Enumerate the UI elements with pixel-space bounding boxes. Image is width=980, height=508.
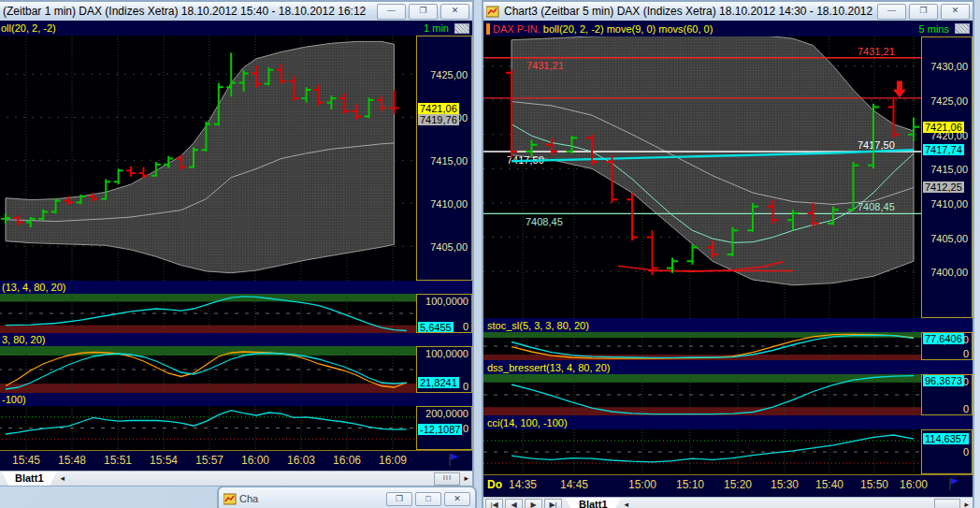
time-axis: 15:4515:4815:5115:5415:5716:0016:0316:06… — [0, 450, 472, 471]
time-axis-label: 15:40 — [811, 478, 848, 491]
axis-tick-label: 7415,00 — [930, 164, 968, 175]
axis-tick-label: 7430,00 — [930, 61, 968, 72]
time-axis-label: 15:54 — [145, 454, 182, 467]
axis-tick-label: 7425,00 — [930, 95, 968, 107]
window-icon — [486, 6, 499, 18]
chart-window-5min: Chart3 (Zeitbar 5 min) DAX (Indizes Xetr… — [482, 0, 974, 508]
chart-toolbar: DAX P-IN. boll(20, 2, -2) move(9, 0) mov… — [483, 21, 973, 36]
indicator-plot[interactable] — [483, 332, 921, 360]
restore-button[interactable]: ❐ — [409, 4, 438, 20]
hscroll-grip[interactable]: III — [434, 472, 460, 486]
price-plot[interactable] — [0, 36, 416, 281]
time-axis-label: 15:51 — [99, 454, 137, 467]
indicator-dss: (13, 4, 80, 20) 100,000005,6455 — [0, 281, 472, 333]
indicator-cci: -100) 200,00000-12,1087 — [0, 393, 472, 450]
splitter-handle[interactable] — [454, 23, 469, 34]
price-chart-svg: 7431,217431,217417,507417,507408,457408,… — [483, 36, 921, 318]
tab-scroll-right-icon[interactable]: ▸ — [960, 498, 973, 508]
price-plot[interactable]: 7431,217431,217417,507417,507408,457408,… — [483, 36, 921, 318]
indicator-plot[interactable] — [0, 406, 416, 450]
axis-tick-label: 7405,00 — [430, 241, 468, 253]
restore-button[interactable]: ❐ — [909, 4, 938, 20]
tab-scroll-left-icon[interactable]: ◂ — [57, 472, 69, 486]
minimize-button[interactable]: — — [877, 4, 906, 20]
hscroll-grip[interactable] — [934, 499, 960, 508]
flag-icon[interactable] — [448, 453, 459, 471]
minimize-button[interactable]: — — [377, 4, 406, 20]
tab-scroll-right-icon[interactable]: ▸ — [460, 472, 472, 486]
indicator-plot[interactable] — [0, 346, 416, 393]
ohlc-bar — [687, 244, 699, 265]
price-level-label: 7431,21 — [858, 46, 895, 57]
titlebar[interactable]: Chart3 (Zeitbar 5 min) DAX (Indizes Xetr… — [483, 2, 973, 21]
sheet-tabbar: |◀ ◀ ▶ ▶| Blatt1 ◂ ▸ — [483, 497, 973, 508]
chart-line — [512, 435, 914, 462]
indicator-plot[interactable] — [483, 374, 921, 415]
indicator-scale-bottom: 0 — [463, 381, 468, 392]
tab-last-button[interactable]: ▶| — [544, 499, 562, 508]
day-label: Do — [487, 478, 502, 491]
ohlc-bar — [126, 167, 136, 177]
indicator-axis: 200,00000114,6357 — [921, 429, 973, 474]
indicator-value-label: 96,3673 — [923, 375, 964, 386]
axis-tick-label: 7405,00 — [930, 233, 968, 244]
titlebar[interactable]: (Zeitbar 1 min) DAX (Indizes Xetra) 18.1… — [0, 2, 472, 21]
close-button[interactable]: ✕ — [941, 4, 970, 20]
chart-line — [6, 411, 407, 434]
time-axis-label: 14:35 — [504, 478, 541, 491]
price-axis[interactable]: 7430,007425,007420,007415,007410,007405,… — [921, 36, 973, 318]
axis-tick-label: 7415,00 — [430, 155, 468, 167]
indicator-value-label: -12,1087 — [418, 424, 462, 435]
time-axis-label: 15:00 — [624, 478, 661, 491]
indicator-plot[interactable] — [0, 294, 416, 333]
indicator-scale-top: 100,0000 — [425, 296, 468, 307]
time-axis-label: 16:09 — [374, 454, 411, 467]
minimized-chart-window[interactable]: Cha ❐ □ ✕ — [217, 486, 477, 508]
indicator-axis: 200,00000-12,1087 — [416, 406, 472, 450]
indicator-header: cci(14, 100, -100) — [483, 415, 973, 429]
splitter-handle[interactable] — [955, 23, 970, 34]
ohlc-bar — [138, 167, 148, 179]
price-value-label: 7421,06 — [418, 103, 459, 114]
price-axis[interactable]: 7425,007420,007415,007410,007405,007421,… — [416, 36, 472, 281]
indicator-value-label: 114,6357 — [923, 433, 969, 444]
price-level-label: 7408,45 — [526, 216, 563, 227]
tab-next-button[interactable]: ▶ — [525, 499, 542, 508]
time-axis-label: 15:30 — [766, 478, 803, 491]
indicator-header: 3, 80, 20) — [0, 333, 472, 346]
tab-blatt1[interactable]: Blatt1 — [2, 472, 57, 486]
restore-button[interactable]: ❐ — [386, 492, 412, 506]
indicator-stoc: 3, 80, 20) 100,0000021,8241 — [0, 333, 472, 393]
tab-scroll-left-icon[interactable]: ◂ — [621, 498, 633, 508]
indicator-dss-bressert: dss_bressert(13, 4, 80, 20) 100,0000096,… — [483, 360, 973, 415]
close-button[interactable]: ✕ — [444, 492, 470, 506]
time-axis-label: 15:57 — [191, 454, 228, 467]
indicator-svg — [0, 406, 416, 450]
tab-blatt1[interactable]: Blatt1 — [566, 498, 621, 508]
time-axis-label: 16:00 — [895, 478, 932, 491]
indicator-scale-bottom: 0 — [963, 348, 969, 359]
ohlc-bar — [627, 193, 638, 240]
indicator-zone — [0, 384, 416, 393]
time-axis-label: 14:45 — [555, 478, 593, 491]
indicator-zone — [0, 346, 416, 356]
price-value-label: 7417,74 — [923, 144, 964, 155]
time-axis-label: 15:10 — [671, 478, 709, 491]
indicator-svg — [483, 429, 921, 474]
maximize-button[interactable]: □ — [415, 492, 441, 506]
tab-prev-button[interactable]: ◀ — [505, 499, 523, 508]
indicator-value-label: 5,6455 — [418, 322, 454, 333]
tab-first-button[interactable]: |◀ — [485, 499, 503, 508]
indicator-plot[interactable] — [483, 429, 921, 474]
time-axis-label: 15:48 — [53, 454, 91, 467]
symbol-label: DAX P-IN. — [493, 23, 540, 35]
indicator-cci: cci(14, 100, -100) 200,00000114,6357 — [483, 415, 973, 474]
chart-window-1min: (Zeitbar 1 min) DAX (Indizes Xetra) 18.1… — [0, 0, 474, 486]
indicator-header: dss_bressert(13, 4, 80, 20) — [483, 360, 973, 374]
flag-icon[interactable] — [948, 477, 959, 495]
price-level-label: 7408,45 — [858, 201, 895, 212]
close-button[interactable]: ✕ — [440, 4, 469, 20]
time-axis-label: 15:20 — [719, 478, 757, 491]
sell-signal-arrow-icon — [893, 81, 906, 98]
price-value-label: 7421,06 — [923, 122, 964, 133]
